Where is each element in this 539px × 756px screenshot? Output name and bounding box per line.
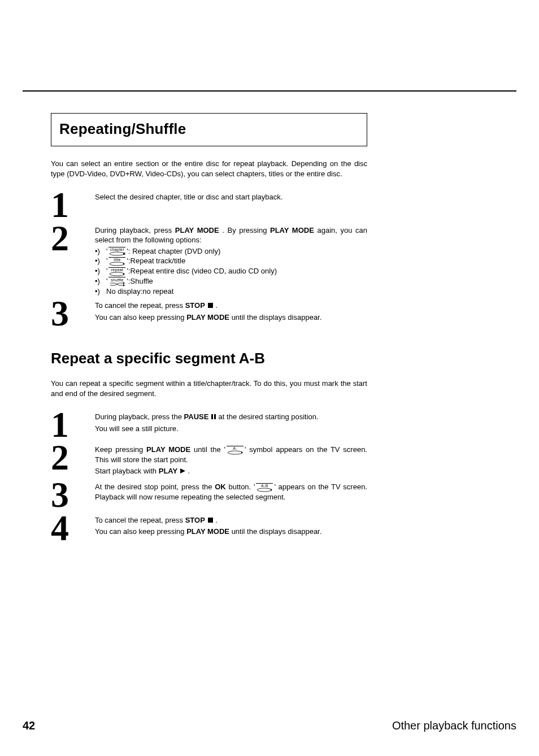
option-text: 'repeat':Repeat entire disc (video CD, a… (106, 266, 367, 276)
text: . By pressing (222, 226, 270, 234)
stop-icon (207, 301, 214, 311)
step-text: At the desired stop point, press the OK … (95, 482, 367, 502)
step: 4 To cancel the repeat, press STOP . You… (51, 513, 367, 544)
text: At the desired stop point, press the (95, 483, 215, 491)
step-number: 1 (51, 410, 95, 440)
step-text: Keep pressing PLAY MODE until the 'A-' s… (95, 445, 367, 464)
text: You can also keep pressing (95, 527, 186, 536)
option-text: 'shuffle':Shuffle (106, 276, 367, 286)
play-icon (180, 467, 186, 477)
text: You can also keep pressing (95, 313, 186, 321)
step-text: Select the desired chapter, title or dis… (95, 192, 367, 202)
text: To cancel the repeat, press (95, 301, 185, 310)
step-text: During playback, press PLAY MODE . By pr… (95, 225, 367, 245)
icon-label: A-B (256, 483, 273, 488)
text: . (215, 516, 218, 524)
text: ': Repeat chapter (DVD only) (127, 247, 220, 255)
icon-label: chapter (108, 247, 125, 252)
icon-label: repeat (108, 267, 125, 272)
text: ':Shuffle (127, 277, 153, 285)
step-text: During playback, press the PAUSE at the … (95, 412, 367, 423)
option-line: •) 'repeat':Repeat entire disc (video CD… (95, 266, 367, 276)
step: 1 Select the desired chapter, title or d… (51, 190, 367, 220)
text: button. ' (228, 483, 255, 491)
step-text: To cancel the repeat, press STOP . (95, 515, 367, 526)
svg-rect-0 (208, 303, 213, 308)
option-line: •) 'chapter': Repeat chapter (DVD only) (95, 246, 367, 257)
top-rule (23, 90, 516, 92)
step-number: 2 (51, 223, 95, 254)
step-body: To cancel the repeat, press STOP . You c… (95, 513, 367, 538)
step: 3 To cancel the repeat, press STOP . You… (51, 298, 367, 329)
shuffle-icon: shuffle (107, 277, 127, 286)
button-name: PLAY MODE (146, 445, 190, 454)
button-name: PLAY (159, 467, 177, 475)
step: 1 During playback, press the PAUSE at th… (51, 410, 367, 440)
step-body: Select the desired chapter, title or dis… (95, 190, 367, 203)
a-mark-icon: A- (225, 446, 245, 455)
step-body: To cancel the repeat, press STOP . You c… (95, 298, 367, 323)
text: . (215, 301, 218, 310)
text: Keep pressing (95, 445, 146, 454)
steps-list: 1 During playback, press the PAUSE at th… (51, 410, 367, 544)
step-text: You will see a still picture. (95, 424, 367, 434)
repeat-disc-icon: repeat (107, 267, 127, 277)
section-heading-box: Repeating/Shuffle (51, 113, 367, 146)
text: During playback, press the (95, 412, 184, 421)
ab-mark-icon: A-B (255, 483, 274, 493)
section-heading: Repeat a specific segment A-B (51, 349, 367, 368)
step-body: During playback, press PLAY MODE . By pr… (95, 223, 367, 297)
bullet: •) (95, 276, 106, 286)
text: until the ' (194, 445, 225, 454)
svg-rect-3 (208, 518, 213, 523)
text: at the desired starting position. (219, 412, 319, 421)
text: Start playback with (95, 467, 159, 475)
intro-paragraph: You can select an entire section or the … (51, 159, 367, 179)
text: until the displays disappear. (232, 313, 322, 321)
step-text: You can also keep pressing PLAY MODE unt… (95, 312, 367, 323)
bullet: •) (95, 246, 106, 257)
step-body: During playback, press the PAUSE at the … (95, 410, 367, 435)
icon-label: title (108, 257, 125, 262)
option-line: •) No display:no repeat (95, 286, 367, 297)
step-number: 2 (51, 442, 95, 473)
steps-list: 1 Select the desired chapter, title or d… (51, 190, 367, 329)
repeat-title-icon: title (107, 257, 127, 267)
step-number: 3 (51, 480, 95, 510)
option-line: •) 'shuffle':Shuffle (95, 276, 367, 286)
svg-rect-2 (214, 414, 216, 419)
button-name: STOP (185, 301, 205, 310)
pause-icon (211, 412, 216, 423)
icon-label: A- (227, 446, 244, 451)
step: 3 At the desired stop point, press the O… (51, 480, 367, 510)
step-text: You can also keep pressing PLAY MODE unt… (95, 527, 367, 537)
option-line: •) 'title':Repeat track/title (95, 256, 367, 266)
button-name: PLAY MODE (175, 226, 219, 234)
page-footer: 42 Other playback functions (23, 718, 516, 733)
bullet: •) (95, 256, 106, 266)
text: To cancel the repeat, press (95, 516, 185, 524)
repeat-chapter-icon: chapter (107, 247, 127, 257)
page-number: 42 (23, 718, 35, 733)
button-name: PLAY MODE (270, 226, 314, 234)
button-name: PLAY MODE (186, 313, 229, 321)
stop-icon (207, 516, 214, 526)
text: During playback, press (95, 226, 175, 234)
bullet: •) (95, 266, 106, 276)
button-name: STOP (185, 516, 205, 524)
svg-rect-1 (211, 414, 213, 419)
option-text: 'chapter': Repeat chapter (DVD only) (106, 246, 367, 257)
button-name: OK (215, 483, 226, 491)
step: 2 Keep pressing PLAY MODE until the 'A-'… (51, 442, 367, 477)
text: ':Repeat track/title (127, 257, 185, 265)
step-body: Keep pressing PLAY MODE until the 'A-' s… (95, 442, 367, 477)
button-name: PAUSE (184, 412, 209, 421)
footer-chapter-title: Other playback functions (392, 718, 516, 733)
step-text: To cancel the repeat, press STOP . (95, 301, 367, 311)
step-number: 3 (51, 298, 95, 329)
option-text: No display:no repeat (106, 286, 367, 297)
icon-label: shuffle (108, 277, 125, 282)
text: . (188, 467, 190, 475)
button-name: PLAY MODE (186, 527, 229, 536)
step: 2 During playback, press PLAY MODE . By … (51, 223, 367, 297)
